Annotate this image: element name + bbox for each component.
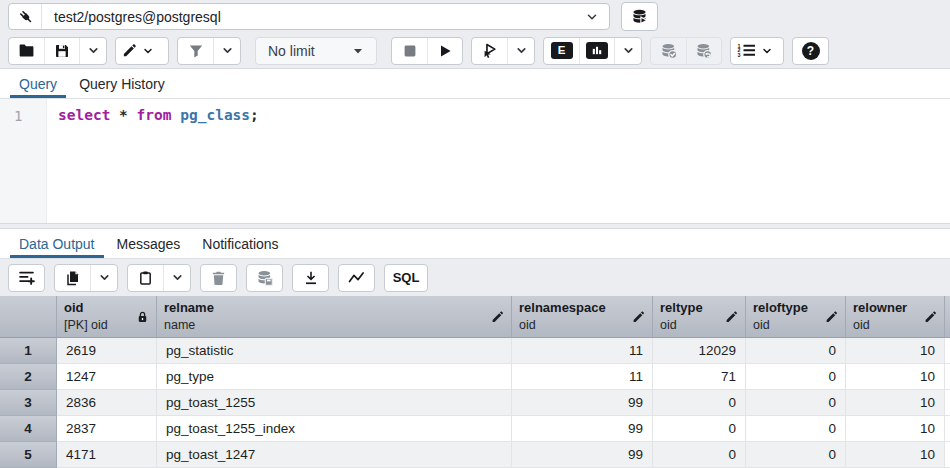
play-icon [437, 43, 453, 59]
query-tabbar: Query Query History [0, 69, 950, 99]
execute-options-button[interactable] [507, 38, 534, 64]
execute-button[interactable] [427, 38, 462, 64]
delete-row-button[interactable] [201, 265, 236, 291]
paste-options-button[interactable] [163, 265, 190, 291]
column-name: relname [164, 300, 504, 317]
save-data-changes-button[interactable] [247, 265, 282, 291]
column-header-relnamespace[interactable]: relnamespace oid [512, 296, 653, 338]
tab-messages[interactable]: Messages [106, 229, 192, 258]
cell-relnamespace[interactable]: 99 [512, 390, 653, 416]
download-button[interactable] [293, 265, 328, 291]
cell-reloftype[interactable]: 0 [746, 364, 846, 390]
new-connection-button[interactable] [621, 2, 658, 31]
edit-column-icon[interactable] [725, 310, 738, 323]
column-header-oid[interactable]: oid [PK] oid [57, 296, 157, 338]
cell-relowner[interactable]: 10 [846, 338, 945, 364]
column-header-reltype[interactable]: reltype oid [653, 296, 746, 338]
tab-notifications[interactable]: Notifications [191, 229, 289, 258]
add-row-button[interactable] [9, 265, 44, 291]
cell-reltype[interactable]: 0 [653, 416, 746, 442]
graph-visualiser-button[interactable] [339, 265, 374, 291]
cell-relnamespace[interactable]: 99 [512, 442, 653, 468]
cell-reloftype[interactable]: 0 [746, 442, 846, 468]
output-tabbar: Data Output Messages Notifications [0, 229, 950, 259]
cell-oid[interactable]: 2837 [57, 416, 157, 442]
edit-column-icon[interactable] [825, 310, 838, 323]
cell-relname[interactable]: pg_toast_1255_index [157, 416, 512, 442]
cell-relname[interactable]: pg_type [157, 364, 512, 390]
row-number[interactable]: 1 [0, 338, 57, 364]
column-header-relowner[interactable]: relowner oid [846, 296, 945, 338]
connection-group: test2/postgres@postgresql [8, 3, 610, 30]
cell-relname[interactable]: pg_statistic [157, 338, 512, 364]
cell-reloftype[interactable]: 0 [746, 338, 846, 364]
edit-column-icon[interactable] [924, 310, 937, 323]
stop-button[interactable] [392, 38, 427, 64]
editor-gutter: 1 [0, 99, 47, 223]
cell-relowner[interactable]: 10 [846, 442, 945, 468]
chevron-down-icon [87, 44, 100, 57]
row-limit-select[interactable]: No limit [255, 37, 377, 65]
column-header-relname[interactable]: relname name [157, 296, 512, 338]
cell-relname[interactable]: pg_toast_1247 [157, 442, 512, 468]
rollback-button[interactable] [686, 38, 721, 64]
open-file-button[interactable] [9, 38, 44, 64]
cell-relowner[interactable]: 10 [846, 416, 945, 442]
save-options-button[interactable] [79, 38, 106, 64]
tab-data-output[interactable]: Data Output [8, 229, 106, 258]
explain-analyze-button[interactable] [579, 38, 614, 64]
line-number: 1 [14, 108, 22, 124]
cell-relnamespace[interactable]: 99 [512, 416, 653, 442]
connection-select[interactable]: test2/postgres@postgresql [42, 4, 609, 29]
cell-relnamespace[interactable]: 11 [512, 364, 653, 390]
file-button-group [8, 37, 107, 65]
filter-options-button[interactable] [213, 38, 240, 64]
tab-query[interactable]: Query [8, 69, 68, 98]
cell-oid[interactable]: 2619 [57, 338, 157, 364]
cell-relowner[interactable]: 10 [846, 364, 945, 390]
connection-plug-icon[interactable] [9, 4, 42, 29]
cell-reltype[interactable]: 12029 [653, 338, 746, 364]
tab-query-history[interactable]: Query History [68, 69, 176, 98]
edit-column-icon[interactable] [491, 310, 504, 323]
explain-analyze-bars-icon [586, 42, 608, 59]
row-number[interactable]: 4 [0, 416, 57, 442]
cell-reloftype[interactable]: 0 [746, 416, 846, 442]
row-number[interactable]: 3 [0, 390, 57, 416]
row-number[interactable]: 5 [0, 442, 57, 468]
filter-button[interactable] [178, 38, 213, 64]
explain-button[interactable]: E [544, 38, 579, 64]
commit-button[interactable] [651, 38, 686, 64]
sql-identifier: pg_class [172, 107, 251, 123]
copy-button[interactable] [55, 265, 90, 291]
cell-reloftype[interactable]: 0 [746, 390, 846, 416]
sql-editor[interactable]: 1 select * from pg_class; [0, 99, 950, 223]
explain-options-button[interactable] [614, 38, 641, 64]
cell-oid[interactable]: 4171 [57, 442, 157, 468]
cell-relname[interactable]: pg_toast_1255 [157, 390, 512, 416]
edit-column-icon[interactable] [632, 310, 645, 323]
table-row: 4 2837 pg_toast_1255_index 99 0 0 10 [0, 416, 950, 442]
paste-button[interactable] [128, 265, 163, 291]
numbered-list-icon: 123 [737, 43, 756, 58]
help-button[interactable]: ? [793, 38, 828, 64]
cell-oid[interactable]: 2836 [57, 390, 157, 416]
save-file-button[interactable] [44, 38, 79, 64]
cell-oid[interactable]: 1247 [57, 364, 157, 390]
cell-reltype[interactable]: 0 [653, 390, 746, 416]
editor-code-line[interactable]: select * from pg_class; [47, 99, 950, 223]
edit-menu-button[interactable] [116, 38, 168, 64]
sql-keyword: from [137, 107, 172, 123]
chevron-down-icon [622, 44, 635, 57]
cell-relnamespace[interactable]: 11 [512, 338, 653, 364]
row-number[interactable]: 2 [0, 364, 57, 390]
cell-reltype[interactable]: 71 [653, 364, 746, 390]
show-sql-button[interactable]: SQL [384, 264, 428, 292]
grid-corner[interactable] [0, 296, 57, 338]
cell-reltype[interactable]: 0 [653, 442, 746, 468]
copy-options-button[interactable] [90, 265, 117, 291]
column-header-reloftype[interactable]: reloftype oid [746, 296, 846, 338]
cell-relowner[interactable]: 10 [846, 390, 945, 416]
execute-script-button[interactable] [472, 38, 507, 64]
macros-button[interactable]: 123 [731, 38, 783, 64]
